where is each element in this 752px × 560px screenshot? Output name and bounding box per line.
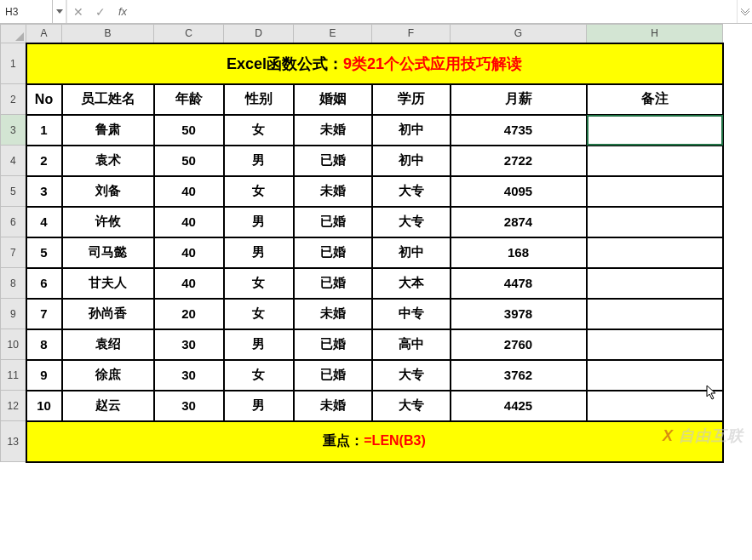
cell[interactable]: 40: [154, 268, 224, 299]
cell[interactable]: [587, 299, 723, 329]
cell[interactable]: 初中: [372, 146, 451, 176]
cell[interactable]: 3: [26, 176, 62, 207]
cell[interactable]: 4425: [451, 391, 587, 421]
cell[interactable]: 5: [26, 237, 62, 268]
cell[interactable]: 女: [224, 115, 294, 146]
cell[interactable]: 司马懿: [62, 237, 154, 268]
cell[interactable]: 4: [26, 207, 62, 237]
cell[interactable]: 高中: [372, 329, 451, 360]
row-header-6[interactable]: 6: [1, 207, 26, 237]
cell[interactable]: [587, 237, 723, 268]
cell[interactable]: 大专: [372, 176, 451, 207]
cell[interactable]: 中专: [372, 299, 451, 329]
column-header-F[interactable]: F: [372, 25, 451, 43]
header-gender[interactable]: 性别: [224, 84, 294, 115]
title-cell[interactable]: Excel函数公式：9类21个公式应用技巧解读: [26, 43, 723, 84]
cell-H3[interactable]: [587, 115, 723, 146]
cell[interactable]: 男: [224, 146, 294, 176]
cell[interactable]: 已婚: [294, 146, 372, 176]
cell[interactable]: 男: [224, 329, 294, 360]
row-header-11[interactable]: 11: [1, 360, 26, 391]
cell[interactable]: 男: [224, 237, 294, 268]
cell[interactable]: 30: [154, 360, 224, 391]
cell[interactable]: 初中: [372, 115, 451, 146]
cell[interactable]: [587, 360, 723, 391]
cell[interactable]: 2: [26, 146, 62, 176]
cell[interactable]: 50: [154, 146, 224, 176]
cell[interactable]: 50: [154, 115, 224, 146]
cell[interactable]: 刘备: [62, 176, 154, 207]
cell[interactable]: [587, 268, 723, 299]
column-header-C[interactable]: C: [154, 25, 224, 43]
cell[interactable]: 1: [26, 115, 62, 146]
cell[interactable]: 已婚: [294, 207, 372, 237]
cell[interactable]: [587, 391, 723, 421]
cell[interactable]: 孙尚香: [62, 299, 154, 329]
cell[interactable]: 未婚: [294, 391, 372, 421]
cell[interactable]: 10: [26, 391, 62, 421]
cell[interactable]: 3978: [451, 299, 587, 329]
cell[interactable]: 4478: [451, 268, 587, 299]
row-header-5[interactable]: 5: [1, 176, 26, 207]
header-no[interactable]: No: [26, 84, 62, 115]
cell[interactable]: 2760: [451, 329, 587, 360]
row-header-10[interactable]: 10: [1, 329, 26, 360]
cell[interactable]: [587, 146, 723, 176]
cell[interactable]: 2722: [451, 146, 587, 176]
cell[interactable]: 40: [154, 207, 224, 237]
row-header-12[interactable]: 12: [1, 391, 26, 421]
row-header-8[interactable]: 8: [1, 268, 26, 299]
cell[interactable]: 男: [224, 207, 294, 237]
cell[interactable]: 大专: [372, 360, 451, 391]
cell[interactable]: 4735: [451, 115, 587, 146]
column-header-E[interactable]: E: [294, 25, 372, 43]
formula-input[interactable]: [134, 0, 737, 23]
cell[interactable]: 未婚: [294, 299, 372, 329]
cell[interactable]: 40: [154, 176, 224, 207]
spreadsheet-grid[interactable]: A B C D E F G H 1 Excel函数公式：9类21个公式应用技巧解…: [0, 24, 752, 463]
row-header-3[interactable]: 3: [1, 115, 26, 146]
cell[interactable]: 袁绍: [62, 329, 154, 360]
cell[interactable]: 大专: [372, 391, 451, 421]
cell[interactable]: 女: [224, 360, 294, 391]
column-header-D[interactable]: D: [224, 25, 294, 43]
column-header-G[interactable]: G: [451, 25, 587, 43]
cell[interactable]: 已婚: [294, 329, 372, 360]
fx-icon[interactable]: fx: [112, 0, 134, 23]
cell[interactable]: 赵云: [62, 391, 154, 421]
cell[interactable]: 未婚: [294, 176, 372, 207]
column-header-B[interactable]: B: [62, 25, 154, 43]
cell[interactable]: 40: [154, 237, 224, 268]
row-header-13[interactable]: 13: [1, 421, 26, 462]
cell[interactable]: 20: [154, 299, 224, 329]
header-edu[interactable]: 学历: [372, 84, 451, 115]
cell[interactable]: 徐庶: [62, 360, 154, 391]
cell[interactable]: 30: [154, 329, 224, 360]
header-salary[interactable]: 月薪: [451, 84, 587, 115]
cell[interactable]: 甘夫人: [62, 268, 154, 299]
header-age[interactable]: 年龄: [154, 84, 224, 115]
cell[interactable]: 9: [26, 360, 62, 391]
cell[interactable]: 8: [26, 329, 62, 360]
cell[interactable]: 3762: [451, 360, 587, 391]
header-name[interactable]: 员工姓名: [62, 84, 154, 115]
cell[interactable]: 已婚: [294, 237, 372, 268]
cell[interactable]: 大本: [372, 268, 451, 299]
cell[interactable]: [587, 329, 723, 360]
cell[interactable]: 女: [224, 299, 294, 329]
footer-cell[interactable]: 重点：=LEN(B3): [26, 421, 723, 462]
cell[interactable]: 2874: [451, 207, 587, 237]
cell[interactable]: [587, 207, 723, 237]
cell[interactable]: 许攸: [62, 207, 154, 237]
cell[interactable]: 168: [451, 237, 587, 268]
header-remark[interactable]: 备注: [587, 84, 723, 115]
row-header-4[interactable]: 4: [1, 146, 26, 176]
enter-icon[interactable]: ✓: [89, 0, 112, 23]
cell[interactable]: 4095: [451, 176, 587, 207]
select-all-corner[interactable]: [1, 25, 26, 43]
cell[interactable]: 已婚: [294, 360, 372, 391]
cell[interactable]: 男: [224, 391, 294, 421]
cell[interactable]: 鲁肃: [62, 115, 154, 146]
cell[interactable]: 30: [154, 391, 224, 421]
cell[interactable]: 初中: [372, 237, 451, 268]
